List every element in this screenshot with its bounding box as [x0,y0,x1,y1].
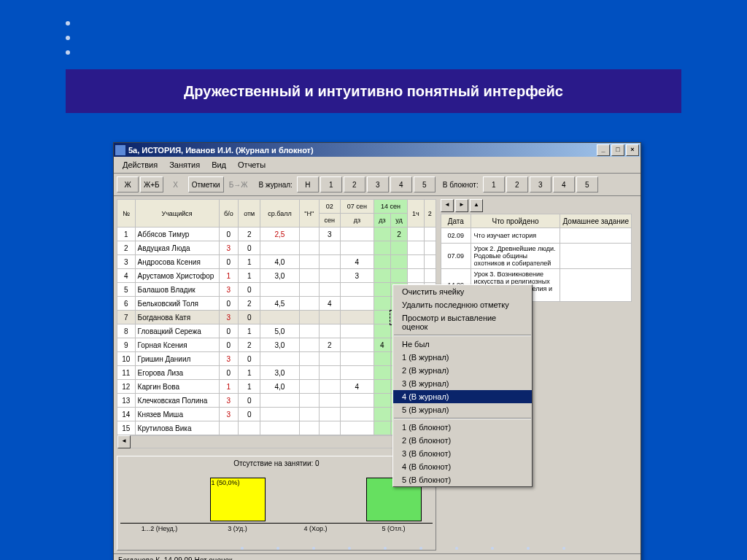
table-row[interactable]: 13Клечковская Полина30 [117,394,436,408]
notebook-3[interactable]: 3 [530,176,551,192]
col-1ch[interactable]: 1ч [408,200,425,228]
stats-panel: Отсутствие на занятии: 0 1 (50,0%) 1...2… [117,456,436,551]
slide-dots [241,547,565,550]
journal-5[interactable]: 5 [414,176,436,192]
context-menu: Очистить ячейкуУдалить последнюю отметку… [392,284,533,487]
stats-axis: 1...2 (Неуд.) 3 (Уд.) 4 (Хор.) 5 (Отл.) [120,523,433,532]
table-row[interactable]: 12Каргин Вова114,04 [117,380,436,394]
context-menu-item[interactable]: 5 (В блокнот) [393,473,532,486]
slide-bullets [66,11,70,65]
col-h[interactable]: "Н" [299,200,319,228]
table-row[interactable]: 14Князев Миша30 [117,408,436,421]
bj-button[interactable]: Б→Ж [225,176,252,192]
context-menu-item[interactable]: Просмотр и выставление оценок [393,311,532,333]
table-row[interactable]: 5Балашов Владик30 [117,283,436,297]
statusbar: Богданова К. 14.09.09 Нет оценок. [114,553,640,560]
menu-actions[interactable]: Действия [117,159,163,171]
menu-view[interactable]: Вид [206,159,232,171]
col-2[interactable]: 2 [424,200,436,228]
context-menu-item[interactable]: 4 (В журнал) [393,390,532,403]
scroll-left-icon[interactable]: ◄ [117,435,131,448]
toolbar: Ж Ж+Б X Отметки Б→Ж В журнал: Н 1 2 3 4 … [114,174,640,196]
journal-2[interactable]: 2 [344,176,365,192]
grid-hscroll[interactable]: ◄ ► [117,435,436,448]
col-otm[interactable]: отм [239,200,260,228]
col-avg[interactable]: ср.балл [260,200,300,228]
col-d3b[interactable]: уд [390,214,407,228]
up-icon[interactable]: ▲ [470,199,483,212]
col-d2s[interactable]: дз [340,214,374,228]
col-d3[interactable]: 14 сен [374,200,407,214]
col-hw[interactable]: Домашнее задание [560,214,632,228]
context-menu-item[interactable]: 3 (В журнал) [393,377,532,390]
context-menu-item[interactable]: 2 (В журнал) [393,364,532,377]
table-row[interactable]: 4Арустамов Христофор113,03 [117,269,436,283]
next-date-icon[interactable]: ► [455,199,468,212]
app-icon [115,145,125,155]
col-d3a[interactable]: дз [374,214,390,228]
table-row[interactable]: 10Гришин Даниил30 [117,352,436,366]
table-row[interactable]: 6Бельковский Толя024,545 [117,297,436,311]
prev-date-icon[interactable]: ◄ [441,199,454,212]
col-d1s[interactable]: сен [319,214,340,228]
table-row[interactable]: 02.09Что изучает история [441,228,632,244]
x-button[interactable]: X [165,176,187,192]
col-topic[interactable]: Что пройдено [471,214,560,228]
context-menu-item[interactable]: 3 (В блокнот) [393,447,532,460]
col-date[interactable]: Дата [441,214,471,228]
notebook-5[interactable]: 5 [576,176,598,192]
menu-lessons[interactable]: Занятия [163,159,206,171]
col-bo[interactable]: б/о [219,200,239,228]
context-menu-item[interactable]: Очистить ячейку [393,285,532,298]
notebook-label: В блокнот: [437,181,481,189]
context-menu-item[interactable]: 1 (В журнал) [393,351,532,364]
close-button[interactable]: × [626,144,639,156]
table-row[interactable]: 8Гловацкий Сережа015,05 [117,324,436,338]
context-menu-item[interactable]: 2 (В блокнот) [393,434,532,447]
journal-1[interactable]: 1 [320,176,342,192]
context-menu-item[interactable]: 5 (В журнал) [393,403,532,416]
context-menu-item[interactable]: 1 (В блокнот) [393,421,532,434]
students-grid[interactable]: № Учащийся б/о отм ср.балл "Н" 02 07 сен… [117,199,436,435]
col-num[interactable]: № [117,200,136,228]
stats-bar-3: 1 (50,0%) [210,478,266,521]
table-row[interactable]: 2Авдуцкая Люда30 [117,241,436,255]
minimize-button[interactable]: _ [597,144,610,156]
journal-4[interactable]: 4 [390,176,412,192]
notebook-1[interactable]: 1 [483,176,505,192]
stats-title: Отсутствие на занятии: 0 [120,459,433,467]
mode-j-button[interactable]: Ж [117,176,139,192]
menu-reports[interactable]: Отчеты [232,159,271,171]
maximize-button[interactable]: □ [611,144,624,156]
mode-jb-button[interactable]: Ж+Б [140,176,163,192]
journal-n[interactable]: Н [297,176,319,192]
window-title: 5а, ИСТОРИЯ, Иванов И.И. (Журнал и блокн… [128,146,314,155]
titlebar[interactable]: 5а, ИСТОРИЯ, Иванов И.И. (Журнал и блокн… [114,143,640,157]
table-row[interactable]: 3Андросова Ксения014,04 [117,255,436,269]
col-student[interactable]: Учащийся [135,200,219,228]
table-row[interactable]: 07.09Урок 2. Древнейшие люди. Родовые об… [441,244,632,269]
table-row[interactable]: 9Горная Ксения023,024 [117,338,436,352]
slide-title: Дружественный и интуитивно понятный инте… [66,69,681,113]
col-d1[interactable]: 02 [319,200,340,214]
context-menu-item[interactable]: Не был [393,338,532,351]
app-window: 5а, ИСТОРИЯ, Иванов И.И. (Журнал и блокн… [113,142,641,560]
marks-button[interactable]: Отметки [188,176,224,192]
notebook-4[interactable]: 4 [553,176,575,192]
journal-label: В журнал: [252,181,295,189]
table-row[interactable]: 7Богданова Катя30 [117,311,436,324]
journal-3[interactable]: 3 [367,176,389,192]
context-menu-item[interactable]: 4 (В блокнот) [393,460,532,473]
col-d2[interactable]: 07 сен [340,200,374,214]
notebook-2[interactable]: 2 [506,176,528,192]
context-menu-item[interactable]: Удалить последнюю отметку [393,298,532,311]
table-row[interactable]: 1Аббясов Тимур022,532 [117,228,436,241]
menubar: Действия Занятия Вид Отчеты [114,157,640,174]
table-row[interactable]: 11Егорова Лиза013,0 [117,366,436,380]
table-row[interactable]: 15Крутилова Вика [117,421,436,435]
